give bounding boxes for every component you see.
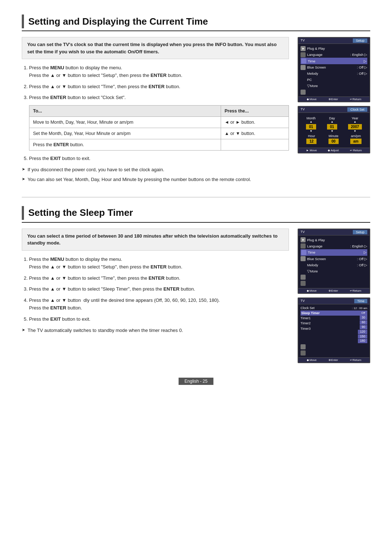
tv-clockset-header: TV Clock Set bbox=[298, 107, 369, 113]
section1: Setting and Displaying the Current Time … bbox=[22, 15, 370, 186]
tv-row-icon7 bbox=[301, 344, 367, 350]
table-row: Set the Month, Day, Year, Hour Minute or… bbox=[29, 128, 289, 139]
tv-time-header: TV Time bbox=[298, 298, 369, 304]
tv-icon bbox=[301, 256, 306, 261]
section-divider bbox=[22, 197, 370, 197]
tv-row-icon6 bbox=[301, 280, 367, 287]
tv-icon bbox=[301, 281, 306, 286]
tv-footer-2: ◆ Move ⊕Enter ↩Return bbox=[298, 288, 369, 293]
section1-title: Setting and Displaying the Current Time bbox=[28, 16, 208, 27]
tv-header-2: TV Setup bbox=[298, 229, 369, 235]
note-sleep: The TV automatically switches to standby… bbox=[22, 327, 289, 334]
tv-row-language: Language : English ▷ bbox=[301, 52, 367, 58]
step2-4: Press the ▲ or ▼ button dly until the de… bbox=[29, 297, 289, 312]
step2-3: Press the ▲ or ▼ button to select "Sleep… bbox=[29, 286, 289, 293]
table-row: Press the ENTER button. bbox=[29, 139, 289, 151]
tv-row-pc: PC bbox=[301, 77, 367, 83]
tv-icon bbox=[301, 90, 306, 95]
step1-4: To... Press the... Move to Month, Day, Y… bbox=[22, 105, 289, 151]
tv-icon bbox=[301, 243, 306, 248]
section1-intro: You can set the TV's clock so that the c… bbox=[22, 37, 289, 59]
section2-title: Setting the Sleep Timer bbox=[28, 207, 133, 218]
note2: You can also set Year, Month, Day, Hour … bbox=[22, 176, 289, 183]
hour-field: Hour 12 bbox=[306, 134, 317, 144]
section2-steps: Press the MENU button to display the men… bbox=[22, 256, 289, 323]
tv-row-icon8 bbox=[301, 350, 367, 356]
tv-footer: ◆ Move ⊕Enter ↩Return bbox=[298, 96, 369, 102]
ampm-field: am/pm am bbox=[350, 134, 361, 144]
section2-content: You can select a time period of between … bbox=[22, 229, 370, 363]
step1-2: Press the ▲ or ▼ button to select "Time"… bbox=[29, 83, 289, 91]
tv-clockset-screen: TV Clock Set Month ▲ 01 ▼ Day ▲ bbox=[298, 106, 370, 153]
heading-bar-2 bbox=[22, 206, 24, 220]
tv-row-icon4 bbox=[301, 89, 367, 95]
tv-sleeptimer-row: Sleep Timer Off bbox=[301, 311, 367, 316]
tv-screen-title: Setup bbox=[353, 38, 367, 43]
tv-time-footer: ◆ Move ⊕Enter ↩Return bbox=[298, 357, 369, 362]
page-number: English - 25 bbox=[179, 378, 213, 385]
instruction-table: To... Press the... Move to Month, Day, Y… bbox=[29, 105, 289, 151]
section1-screens: TV Setup ▶ Plug & Play Language : Englis… bbox=[298, 37, 370, 186]
tv-icon bbox=[301, 344, 306, 349]
tv-time-body: Clock Set : 12 : 00 am Sleep Timer Off T… bbox=[298, 304, 369, 357]
tv-clockset-footer: ► Move ◆ Adjust ↩ Return bbox=[298, 148, 369, 153]
tv-row-plugplay2: ▶ Plug & Play bbox=[301, 237, 367, 243]
tv-row-language2: Language : English ▷ bbox=[301, 243, 367, 249]
tv-icon: ▶ bbox=[301, 46, 306, 51]
tv-time-screen: TV Time Clock Set : 12 : 00 am Sleep Tim… bbox=[298, 297, 370, 363]
tv-icon bbox=[301, 250, 306, 255]
tv-icon bbox=[301, 275, 306, 280]
section1-steps: Press the MENU button to display the men… bbox=[22, 64, 289, 163]
tv-icon bbox=[301, 58, 306, 63]
tv-clockset-body: Month ▲ 01 ▼ Day ▲ 01 ▼ Year bbox=[298, 113, 369, 148]
day-field: Day ▲ 01 ▼ bbox=[327, 116, 337, 133]
tv-clockset-title: Clock Set bbox=[347, 107, 367, 112]
col1-header: To... bbox=[29, 106, 221, 117]
tv-row-melody2: Melody : Off ▷ bbox=[301, 262, 367, 268]
tv-timer-labels: Timer1 Timer2 Timer3 bbox=[301, 316, 311, 344]
tv-row-icon5 bbox=[301, 274, 367, 280]
step2-5: Press the EXIT button to exit. bbox=[29, 316, 289, 323]
section2-heading: Setting the Sleep Timer bbox=[22, 206, 370, 223]
tv-label: TV bbox=[301, 38, 305, 43]
year-field: Year ▲ 2007 ▼ bbox=[348, 116, 362, 133]
section2-screens: TV Setup ▶ Plug & Play Language : Englis… bbox=[298, 229, 370, 363]
tv-row-time2: Time ▷ bbox=[301, 249, 367, 256]
step1-3: Press the ENTER button to select "Clock … bbox=[29, 94, 289, 102]
step2-2: Press the ▲ or ▼ button to select "Time"… bbox=[29, 275, 289, 282]
section2-intro: You can select a time period of between … bbox=[22, 229, 289, 251]
tv-body-2: ▶ Plug & Play Language : English ▷ Time … bbox=[298, 235, 369, 288]
tv-icon bbox=[301, 52, 306, 57]
tv-setup-screen2: TV Setup ▶ Plug & Play Language : Englis… bbox=[298, 229, 370, 294]
tv-row-plugplay: ▶ Plug & Play bbox=[301, 45, 367, 52]
step1-5: Press the EXIT button to exit. bbox=[29, 155, 289, 163]
tv-timer-rows: Timer1 Timer2 Timer3 30 60 90 120 150 18… bbox=[301, 316, 367, 344]
tv-header: TV Setup bbox=[298, 38, 369, 44]
month-field: Month ▲ 01 ▼ bbox=[306, 116, 316, 133]
tv-row-bluescreen2: Blue Screen : Off ▷ bbox=[301, 256, 367, 262]
tv-icon: ▶ bbox=[301, 237, 306, 242]
tv-body: ▶ Plug & Play Language : English ▷ Time … bbox=[298, 44, 369, 96]
tv-label: TV bbox=[301, 299, 305, 303]
tv-icon bbox=[301, 65, 306, 70]
col2-header: Press the... bbox=[221, 106, 289, 117]
tv-screen-title-2: Setup bbox=[353, 230, 367, 234]
table-row: Move to Month, Day, Year, Hour, Minute o… bbox=[29, 117, 289, 128]
minute-field: Minute 00 bbox=[328, 134, 339, 144]
tv-clockset-row: Clock Set : 12 : 00 am bbox=[301, 306, 367, 311]
tv-label: TV bbox=[301, 230, 305, 234]
tv-timer-values: 30 60 90 120 150 180 bbox=[358, 316, 367, 344]
page-footer: English - 25 bbox=[22, 378, 370, 385]
heading-bar bbox=[22, 15, 24, 28]
section2: Setting the Sleep Timer You can select a… bbox=[22, 206, 370, 363]
tv-label: TV bbox=[301, 107, 305, 112]
tv-row-time: Time ▷ bbox=[301, 58, 367, 64]
step1-1: Press the MENU button to display the men… bbox=[29, 64, 289, 79]
tv-icon bbox=[301, 350, 306, 356]
tv-row-bluescreen: Blue Screen : Off ▷ bbox=[301, 64, 367, 70]
section2-text: You can select a time period of between … bbox=[22, 229, 289, 363]
tv-row-more: ▽More bbox=[301, 83, 367, 89]
tv-setup-screen1: TV Setup ▶ Plug & Play Language : Englis… bbox=[298, 37, 370, 102]
tv-row-more2: ▽More bbox=[301, 268, 367, 274]
tv-row-melody: Melody : Off ▷ bbox=[301, 70, 367, 77]
